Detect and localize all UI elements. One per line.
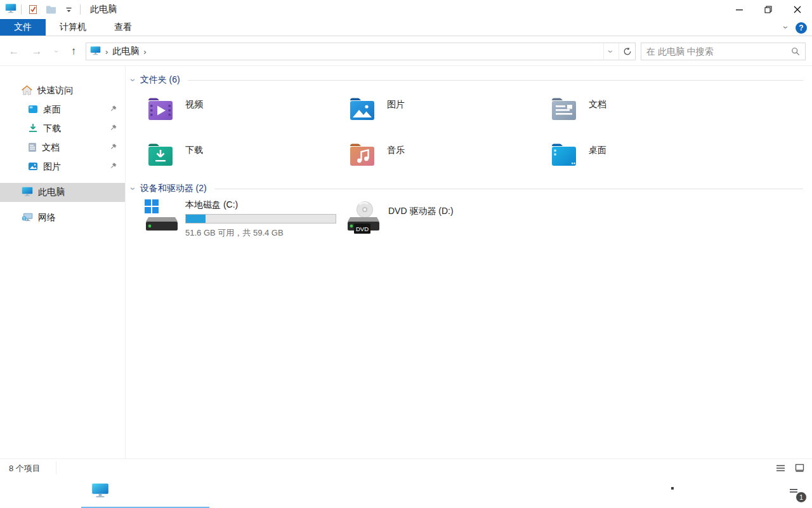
help-icon[interactable]: ? (796, 22, 807, 34)
desktop-folder-icon (548, 140, 580, 170)
address-dropdown-icon[interactable]: › (603, 43, 619, 60)
sidebar-item-downloads[interactable]: 下载 (0, 119, 125, 138)
file-list-pane: › 文件夹 (6) 视频 图片 文档 下载 音乐 桌面 (126, 66, 812, 458)
music-folder-icon (346, 140, 378, 170)
ime-icon[interactable]: Ƀ (650, 476, 667, 508)
navigation-pane: 快速访问 桌面 下载 文档 图片 (0, 66, 126, 458)
taskbar: 此电脑 Ƀ 英 21:53:59 2025/7/11 1 (0, 476, 812, 508)
this-pc-icon (5, 3, 16, 16)
drive-tile-c[interactable]: 本地磁盘 (C:) 51.6 GB 可用，共 59.4 GB (143, 198, 340, 239)
sidebar-item-desktop[interactable]: 桌面 (0, 100, 125, 119)
close-button[interactable] (783, 0, 812, 19)
pin-icon (109, 162, 117, 172)
drive-capacity-text: 51.6 GB 可用，共 59.4 GB (185, 227, 336, 239)
this-pc-icon (91, 483, 109, 500)
sidebar-item-pictures[interactable]: 图片 (0, 157, 125, 177)
up-button[interactable]: ↑ (65, 37, 82, 66)
tab-view[interactable]: 查看 (100, 19, 146, 36)
search-icon[interactable] (786, 47, 805, 56)
drive-name: 本地磁盘 (C:) (185, 199, 336, 211)
dvd-badge-label: DVD (356, 225, 369, 232)
tab-file[interactable]: 文件 (0, 19, 46, 36)
volume-icon[interactable] (688, 476, 710, 508)
drive-name: DVD 驱动器 (D:) (388, 206, 454, 235)
home-icon (22, 85, 32, 97)
address-bar[interactable]: › 此电脑 › › (86, 43, 636, 60)
divider (80, 4, 81, 15)
forward-button[interactable]: → (28, 37, 46, 66)
tab-computer[interactable]: 计算机 (46, 19, 100, 36)
folder-tile-documents[interactable]: 文档 (548, 94, 738, 124)
restore-button[interactable] (754, 0, 783, 19)
disk-usage-fill (186, 215, 206, 223)
search-input[interactable] (641, 43, 786, 60)
search-icon (48, 485, 62, 499)
sidebar-item-this-pc[interactable]: 此电脑 (0, 183, 125, 202)
pin-icon (109, 124, 117, 134)
new-folder-icon[interactable] (44, 3, 58, 17)
back-button[interactable]: ← (5, 37, 23, 66)
system-tray: Ƀ 英 21:53:59 2025/7/11 1 (632, 476, 812, 508)
sidebar-item-network[interactable]: 网络 (0, 208, 125, 227)
documents-folder-icon (548, 94, 580, 124)
group-header-folders[interactable]: › 文件夹 (6) (132, 74, 806, 86)
divider (214, 189, 803, 189)
history-dropdown-icon[interactable]: › (51, 37, 62, 66)
collapse-chevron-icon[interactable]: › (132, 184, 135, 194)
status-bar: 8 个项目 (0, 458, 812, 476)
downloads-folder-icon (145, 140, 176, 170)
desktop-icon (28, 105, 38, 116)
taskbar-item-label: 此电脑 (115, 486, 142, 497)
folder-tile-desktop[interactable]: 桌面 (548, 140, 738, 170)
folder-tile-videos[interactable]: 视频 (145, 94, 335, 124)
ribbon-tabs: 文件 计算机 查看 › ? (0, 19, 812, 36)
folder-tile-music[interactable]: 音乐 (346, 140, 537, 170)
taskbar-item-this-pc[interactable]: 此电脑 (81, 476, 209, 508)
minimize-button[interactable] (724, 0, 754, 19)
details-view-icon[interactable] (773, 461, 788, 475)
pictures-folder-icon (346, 94, 378, 124)
explorer-body: 快速访问 桌面 下载 文档 图片 (0, 66, 812, 458)
ethernet-icon[interactable] (667, 476, 688, 508)
ribbon-collapse-icon[interactable]: › (785, 23, 788, 32)
clock-time: 21:53:59 (737, 481, 773, 492)
download-icon (28, 123, 38, 135)
drive-tile-dvd[interactable]: DVD DVD 驱动器 (D:) (345, 198, 542, 235)
disk-usage-bar (185, 214, 336, 224)
large-icons-view-icon[interactable] (792, 461, 807, 475)
folder-tile-pictures[interactable]: 图片 (346, 94, 537, 124)
qat-dropdown-icon[interactable] (62, 3, 75, 17)
pictures-icon (28, 162, 38, 173)
clock-date: 2025/7/11 (737, 492, 773, 503)
notification-badge: 1 (796, 491, 807, 503)
breadcrumb-this-pc[interactable]: 此电脑 (112, 46, 139, 57)
dvd-drive-icon: DVD (345, 198, 381, 235)
properties-check-icon[interactable] (26, 3, 40, 17)
this-pc-icon (90, 46, 101, 57)
refresh-icon[interactable] (619, 43, 635, 60)
divider (21, 4, 22, 15)
pin-icon (109, 143, 117, 153)
group-header-devices[interactable]: › 设备和驱动器 (2) (132, 183, 806, 194)
sidebar-item-quick-access[interactable]: 快速访问 (0, 81, 125, 100)
document-icon (28, 142, 37, 154)
taskbar-clock[interactable]: 21:53:59 2025/7/11 (730, 481, 779, 503)
items-count: 8 个项目 (9, 463, 41, 474)
usb-eject-icon[interactable] (632, 476, 650, 508)
collapse-chevron-icon[interactable]: › (132, 75, 135, 85)
breadcrumb[interactable]: › 此电脑 › (86, 46, 603, 57)
start-button[interactable] (0, 476, 36, 508)
search-box[interactable] (641, 43, 806, 60)
taskbar-search-button[interactable] (36, 476, 74, 508)
window-title: 此电脑 (90, 4, 117, 15)
language-indicator[interactable]: 英 (710, 486, 730, 499)
chevron-right-icon[interactable]: › (141, 47, 148, 57)
windows-logo-icon (12, 486, 23, 498)
local-disk-icon (143, 198, 179, 232)
action-center-button[interactable]: 1 (779, 476, 812, 508)
sidebar-item-documents[interactable]: 文档 (0, 138, 125, 157)
pin-icon (109, 105, 117, 115)
folder-tile-downloads[interactable]: 下载 (145, 140, 335, 170)
this-pc-icon (22, 187, 33, 198)
navigation-bar: ← → › ↑ › 此电脑 › › (0, 37, 812, 66)
